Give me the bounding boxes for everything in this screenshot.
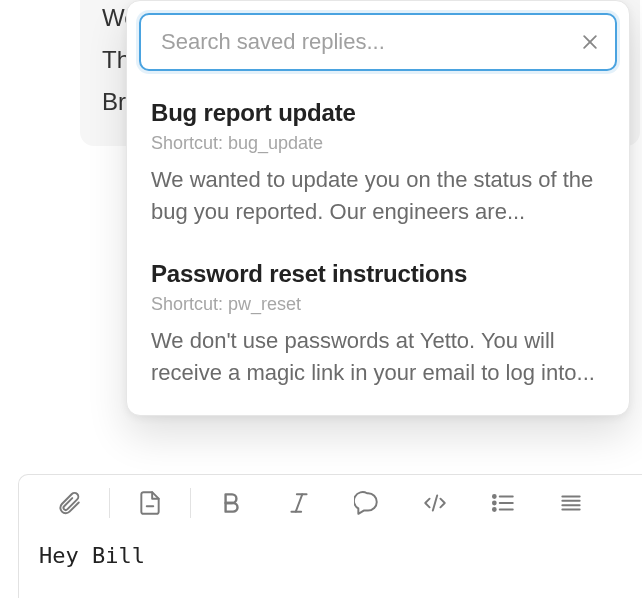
document-icon	[137, 490, 163, 516]
close-icon	[580, 32, 600, 52]
clear-search-button[interactable]	[577, 29, 603, 55]
svg-point-8	[493, 502, 496, 505]
saved-replies-popover: Bug report update Shortcut: bug_update W…	[126, 0, 630, 416]
paragraph-button[interactable]	[545, 483, 597, 523]
search-field-wrap	[139, 13, 617, 71]
search-input[interactable]	[139, 13, 617, 71]
italic-icon	[286, 490, 312, 516]
saved-reply-shortcut: Shortcut: pw_reset	[151, 294, 605, 315]
composer-toolbar	[19, 475, 642, 531]
paperclip-icon	[56, 490, 82, 516]
bold-button[interactable]	[205, 483, 257, 523]
speech-bubble-icon	[354, 490, 380, 516]
document-button[interactable]	[124, 483, 176, 523]
bold-icon	[218, 490, 244, 516]
lines-icon	[558, 490, 584, 516]
svg-point-9	[493, 508, 496, 511]
composer-textarea[interactable]: Hey Bill	[19, 531, 642, 580]
saved-reply-preview: We wanted to update you on the status of…	[151, 164, 605, 228]
svg-line-5	[296, 494, 303, 511]
saved-reply-shortcut: Shortcut: bug_update	[151, 133, 605, 154]
saved-reply-title: Password reset instructions	[151, 260, 605, 288]
italic-button[interactable]	[273, 483, 325, 523]
saved-reply-item[interactable]: Bug report update Shortcut: bug_update W…	[151, 85, 605, 246]
attach-button[interactable]	[43, 483, 95, 523]
saved-replies-list: Bug report update Shortcut: bug_update W…	[127, 85, 629, 415]
toolbar-divider	[190, 488, 191, 518]
code-icon	[422, 490, 448, 516]
composer-text: Hey Bill	[39, 543, 145, 568]
code-button[interactable]	[409, 483, 461, 523]
saved-reply-preview: We don't use passwords at Yetto. You wil…	[151, 325, 605, 389]
list-button[interactable]	[477, 483, 529, 523]
comment-button[interactable]	[341, 483, 393, 523]
saved-reply-title: Bug report update	[151, 99, 605, 127]
svg-point-7	[493, 495, 496, 498]
message-composer: Hey Bill	[18, 474, 642, 598]
toolbar-divider	[109, 488, 110, 518]
bullet-list-icon	[490, 490, 516, 516]
saved-reply-item[interactable]: Password reset instructions Shortcut: pw…	[151, 246, 605, 407]
svg-line-6	[433, 495, 437, 510]
